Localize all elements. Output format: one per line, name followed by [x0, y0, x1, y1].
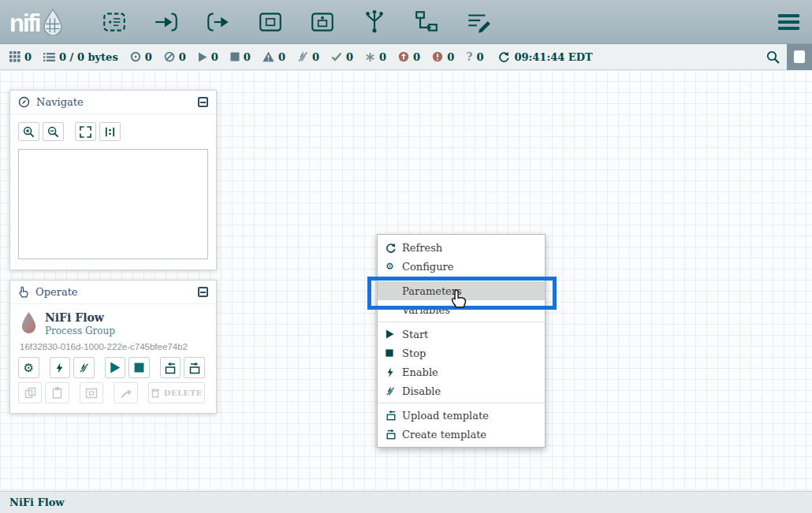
stale-status: 0 [398, 51, 420, 63]
locally-modified-stale-status: 0 [432, 51, 454, 63]
disabled-count: 0 [312, 51, 319, 63]
nifi-app: nifi [0, 0, 812, 513]
status-bar: 0 0 / 0 bytes 0 0 0 [0, 44, 812, 70]
delete-button-label: DELETE [164, 388, 203, 397]
zoom-actual-button[interactable] [99, 122, 121, 141]
search-button[interactable] [758, 44, 787, 70]
hand-icon [18, 286, 29, 298]
menu-item-variables[interactable]: Variables [378, 300, 545, 319]
zoom-out-button[interactable] [43, 122, 64, 141]
invalid-icon [263, 51, 274, 62]
group-button[interactable] [80, 382, 103, 403]
birdseye-preview[interactable] [18, 149, 208, 259]
processor-icon [101, 9, 128, 35]
active-threads-status: 0 [9, 51, 32, 63]
gear-icon: ⚙ [386, 262, 402, 271]
processor-draggable[interactable] [98, 6, 131, 39]
zoom-in-button[interactable] [18, 122, 39, 141]
menu-item-parameters[interactable]: Parameters [378, 281, 545, 300]
menu-item-disable[interactable]: Disable [378, 381, 545, 400]
operate-panel-header: Operate [10, 281, 216, 304]
queued-status: 0 / 0 bytes [43, 51, 118, 63]
stop-icon [134, 362, 144, 373]
paste-button[interactable] [45, 382, 69, 403]
enable-all-button[interactable] [50, 357, 71, 378]
gear-icon: ⚙ [24, 362, 34, 374]
menu-separator [378, 322, 545, 322]
refresh-status: 09:41:44 EDT [498, 51, 592, 63]
navigate-panel: Navigate [9, 90, 217, 270]
menu-separator [378, 403, 545, 403]
template-export-icon [386, 429, 402, 440]
component-toolbar [98, 6, 495, 39]
context-menu: Refresh ⚙ Configure Parameters Variables… [377, 234, 546, 448]
queued-icon [43, 52, 55, 62]
menu-item-label: Configure [402, 261, 453, 273]
output-port-draggable[interactable] [202, 6, 235, 39]
minus-icon [200, 292, 206, 293]
lightning-icon [54, 362, 65, 374]
fill-color-button[interactable] [114, 382, 137, 403]
navigate-toolbar [10, 114, 216, 144]
breadcrumb[interactable]: NiFi Flow [9, 496, 65, 508]
menu-item-configure[interactable]: ⚙ Configure [378, 257, 545, 276]
navigate-panel-header: Navigate [10, 91, 216, 114]
menu-item-label: Create template [402, 429, 486, 441]
template-import-icon [164, 362, 177, 374]
menu-item-enable[interactable]: Enable [378, 362, 545, 381]
menu-item-stop[interactable]: Stop [378, 344, 545, 362]
input-port-draggable[interactable] [150, 6, 183, 39]
paste-icon [51, 387, 63, 399]
navigate-collapse-button[interactable] [198, 97, 208, 107]
template-draggable[interactable] [410, 6, 443, 39]
play-icon [386, 329, 402, 339]
start-button[interactable] [105, 357, 126, 378]
locally-modified-status: 0 [365, 51, 386, 63]
navigate-panel-title: Navigate [36, 96, 84, 108]
menu-item-create-template[interactable]: Create template [378, 425, 545, 444]
menu-item-refresh[interactable]: Refresh [378, 238, 545, 257]
disabled-icon [297, 51, 308, 62]
menu-item-start[interactable]: Start [378, 325, 545, 344]
disable-all-button[interactable] [73, 357, 95, 378]
operate-panel: Operate NiFi Flow Process Group 16f32830… [9, 280, 217, 414]
template-import-button[interactable] [160, 357, 181, 378]
flow-droplet-icon [20, 311, 38, 334]
zoom-fit-button[interactable] [75, 122, 96, 141]
label-draggable[interactable] [462, 6, 495, 39]
refresh-icon[interactable] [498, 51, 509, 62]
stop-button[interactable] [129, 357, 150, 378]
lightning-slash-icon [79, 362, 89, 374]
sync-failure-icon: ? [466, 50, 472, 63]
zoom-fit-icon [80, 126, 91, 138]
copy-icon [24, 387, 36, 399]
menu-item-upload-template[interactable]: Upload template [378, 406, 545, 425]
template-export-button[interactable] [184, 357, 205, 378]
zoom-out-icon [47, 126, 59, 138]
menu-item-label: Disable [402, 385, 441, 397]
configure-button[interactable]: ⚙ [18, 357, 39, 378]
operate-collapse-button[interactable] [198, 287, 208, 297]
transmitting-icon [130, 51, 141, 62]
global-menu-button[interactable] [774, 10, 803, 34]
copy-button[interactable] [18, 382, 42, 403]
last-refreshed-time: 09:41:44 EDT [514, 51, 592, 63]
delete-button[interactable]: DELETE [148, 382, 205, 403]
menu-item-label: Stop [402, 348, 426, 359]
lightning-slash-icon [386, 386, 402, 396]
transmitting-count: 0 [145, 51, 152, 63]
sync-failure-count: 0 [476, 51, 483, 63]
nifi-logo-text: nifi [9, 12, 40, 35]
remote-process-group-draggable[interactable] [306, 6, 339, 39]
refresh-icon [386, 243, 402, 253]
process-group-draggable[interactable] [254, 6, 287, 39]
funnel-draggable[interactable] [358, 6, 391, 39]
brush-icon [120, 387, 132, 399]
hamburger-icon [778, 14, 799, 17]
stopped-count: 0 [244, 51, 251, 63]
input-port-icon [153, 9, 180, 35]
right-panel-toggle[interactable] [787, 44, 812, 70]
flow-canvas[interactable]: Navigate [0, 70, 812, 491]
search-icon [766, 50, 780, 64]
trash-icon [151, 388, 160, 398]
